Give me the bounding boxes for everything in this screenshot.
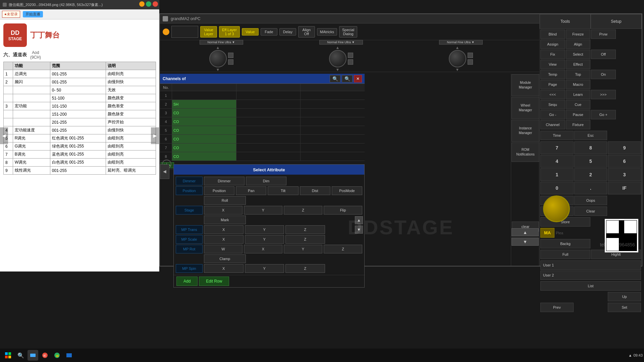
- attr-dimmer-1[interactable]: Dimmer: [204, 177, 245, 185]
- scroll-down-btn[interactable]: ▼: [355, 226, 363, 234]
- encoder-1-btn-bot[interactable]: [228, 59, 233, 65]
- encoder-2-btn-top[interactable]: [348, 53, 353, 58]
- panel-scroll-down-btn[interactable]: ▼: [512, 238, 539, 246]
- num-6-btn[interactable]: 6: [608, 155, 641, 168]
- num-9-btn[interactable]: 9: [608, 141, 641, 154]
- attr-mptrans-y[interactable]: Y: [245, 225, 284, 234]
- page-btn[interactable]: Page: [540, 80, 565, 89]
- assign-btn[interactable]: Assign: [540, 40, 565, 49]
- attr-mpspin-y[interactable]: Y: [245, 264, 284, 273]
- time-btn[interactable]: Time: [540, 131, 574, 140]
- fixture-btn[interactable]: Fixture: [566, 120, 591, 129]
- encoder-2-btn-bot[interactable]: [348, 59, 353, 65]
- wheel-manager-btn[interactable]: WheelManager: [512, 97, 539, 119]
- go-plus-btn[interactable]: Go +: [591, 110, 616, 119]
- attr-roll[interactable]: Roll: [204, 196, 246, 205]
- attr-mptrans-x[interactable]: X: [204, 225, 244, 234]
- set-btn[interactable]: Set: [608, 303, 641, 312]
- num-0-btn[interactable]: 0: [540, 182, 574, 194]
- taskbar-icon-3[interactable]: 🐸: [52, 350, 62, 361]
- num-8-btn[interactable]: 8: [574, 141, 607, 154]
- scroll-up-btn[interactable]: ▲: [355, 216, 363, 224]
- effect-btn[interactable]: Effect: [566, 60, 591, 69]
- attr-mprot-z[interactable]: Z: [324, 245, 362, 253]
- attr-mpscale-z[interactable]: Z: [285, 235, 325, 244]
- attr-stage-y[interactable]: Y: [244, 206, 282, 215]
- eff-layer-btn[interactable]: Eff.Layer1 of 3: [219, 26, 240, 38]
- prvw-btn[interactable]: Prvw: [591, 29, 616, 39]
- up-btn[interactable]: Up: [608, 292, 641, 301]
- user2-btn[interactable]: User 2: [540, 270, 641, 280]
- align-btn[interactable]: AlignOff: [298, 26, 315, 38]
- top-btn[interactable]: Top: [566, 70, 591, 79]
- num-2-btn[interactable]: 2: [574, 168, 607, 181]
- blind-btn[interactable]: Blind: [540, 29, 565, 39]
- module-manager-btn[interactable]: ModuleManager: [512, 74, 539, 96]
- attr-label-stage[interactable]: Stage: [176, 206, 203, 215]
- fade-btn[interactable]: Fade: [261, 28, 277, 36]
- select-btn[interactable]: Select: [566, 50, 591, 59]
- attr-mark[interactable]: Mark: [204, 216, 246, 224]
- left-nav-arrow[interactable]: ◄: [0, 127, 8, 144]
- temp-btn[interactable]: Temp: [540, 70, 565, 79]
- attr-stage-x[interactable]: X: [204, 206, 243, 215]
- encoder-2-knob[interactable]: [329, 50, 346, 67]
- clear-right-btn[interactable]: Clear: [574, 206, 607, 216]
- esc-btn[interactable]: Esc: [574, 131, 607, 140]
- ma-logo-btn[interactable]: MA: [540, 228, 554, 238]
- encoder-3-btn-bot[interactable]: [468, 59, 473, 65]
- rom-notifications-btn[interactable]: ROMNotifications: [512, 142, 539, 162]
- attr-mpscale-y[interactable]: Y: [245, 235, 284, 244]
- pause-btn[interactable]: Pause: [566, 110, 591, 119]
- search-btn-2[interactable]: 🔍: [342, 75, 353, 82]
- instance-manager-btn[interactable]: InstanceManager: [512, 120, 539, 142]
- left-close-btn[interactable]: [153, 1, 158, 7]
- learn-btn[interactable]: Learn: [566, 90, 591, 99]
- value-btn[interactable]: Value: [242, 28, 259, 36]
- taskbar-icon-2[interactable]: IE: [40, 350, 50, 361]
- align-right-btn[interactable]: Align: [566, 40, 591, 49]
- attr-mptrans-z[interactable]: Z: [285, 225, 325, 234]
- attr-label-mptrans[interactable]: MP Trans: [176, 225, 203, 234]
- attr-mprot-y[interactable]: Y: [284, 245, 322, 253]
- panel-scroll-up-btn[interactable]: ▲: [512, 228, 539, 236]
- attr-label-mprot[interactable]: MP Rot: [176, 245, 203, 253]
- attr-mpscale-x[interactable]: X: [204, 235, 244, 244]
- attr-clamp[interactable]: Clamp: [204, 254, 246, 263]
- channel-btn[interactable]: Channel: [540, 120, 565, 129]
- encoder-3-knob[interactable]: [449, 50, 466, 67]
- attr-tilt[interactable]: Tilt: [268, 186, 298, 195]
- attr-mpspin-z[interactable]: Z: [285, 264, 325, 273]
- encoder-3-btn-top[interactable]: [468, 53, 473, 58]
- attr-mpspin-x[interactable]: X: [204, 264, 244, 273]
- attr-position-1[interactable]: Position: [204, 186, 234, 195]
- matricks-btn[interactable]: MAtricks: [317, 28, 337, 36]
- attr-mprot-x[interactable]: X: [244, 245, 282, 253]
- attr-label-position[interactable]: Position: [176, 186, 203, 195]
- taskbar-icon-4[interactable]: [64, 350, 74, 361]
- action-btn[interactable]: 开始直播: [23, 11, 43, 17]
- attr-posmode[interactable]: PosMode: [332, 186, 362, 195]
- next-nav-btn[interactable]: >>>: [591, 90, 616, 99]
- view-btn[interactable]: View: [540, 60, 565, 69]
- go-minus-btn[interactable]: Go -: [540, 110, 565, 119]
- attr-stage-z[interactable]: Z: [284, 206, 322, 215]
- tools-btn[interactable]: Tools: [540, 14, 591, 29]
- attr-mprot-w[interactable]: W: [204, 245, 243, 253]
- attr-label-dimmer[interactable]: Dimmer: [176, 177, 203, 185]
- attr-label-mpscale[interactable]: MP Scale: [176, 235, 203, 244]
- num-3-btn[interactable]: 3: [608, 168, 641, 181]
- encoder-1-btn-top[interactable]: [228, 53, 233, 58]
- dialog-close-btn[interactable]: ✕: [354, 75, 362, 82]
- user1-btn[interactable]: User 1: [540, 260, 641, 270]
- search-btn-1[interactable]: 🔍: [330, 75, 340, 82]
- attr-label-mpspin[interactable]: MP Spin: [176, 264, 203, 273]
- on-btn[interactable]: On: [591, 70, 616, 79]
- attr-pan[interactable]: Pan: [236, 186, 266, 195]
- left-minimize-btn[interactable]: [139, 1, 145, 7]
- num-7-btn[interactable]: 7: [540, 141, 574, 154]
- jog-wheel[interactable]: [543, 195, 570, 222]
- value-layer-btn[interactable]: ValueLayer: [200, 26, 217, 38]
- backg-btn[interactable]: Backg: [540, 239, 590, 248]
- special-dialog-btn[interactable]: SpecialDialog: [339, 26, 357, 38]
